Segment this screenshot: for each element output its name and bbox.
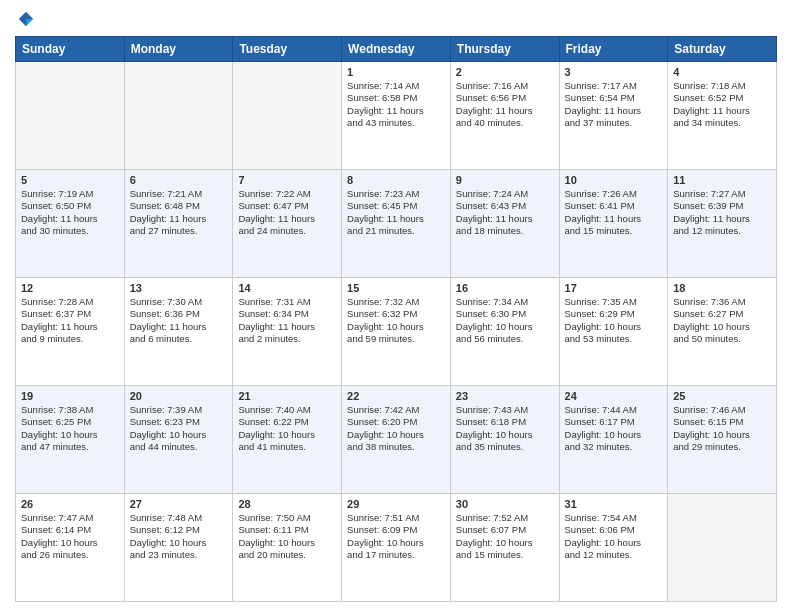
- calendar-cell: 22Sunrise: 7:42 AM Sunset: 6:20 PM Dayli…: [342, 386, 451, 494]
- day-info: Sunrise: 7:26 AM Sunset: 6:41 PM Dayligh…: [565, 188, 663, 237]
- calendar-cell: 15Sunrise: 7:32 AM Sunset: 6:32 PM Dayli…: [342, 278, 451, 386]
- day-number: 20: [130, 390, 228, 402]
- logo-icon: [17, 10, 35, 28]
- day-info: Sunrise: 7:51 AM Sunset: 6:09 PM Dayligh…: [347, 512, 445, 561]
- day-info: Sunrise: 7:38 AM Sunset: 6:25 PM Dayligh…: [21, 404, 119, 453]
- week-row-3: 12Sunrise: 7:28 AM Sunset: 6:37 PM Dayli…: [16, 278, 777, 386]
- day-number: 10: [565, 174, 663, 186]
- calendar-cell: 11Sunrise: 7:27 AM Sunset: 6:39 PM Dayli…: [668, 170, 777, 278]
- calendar-cell: 16Sunrise: 7:34 AM Sunset: 6:30 PM Dayli…: [450, 278, 559, 386]
- calendar-cell: 3Sunrise: 7:17 AM Sunset: 6:54 PM Daylig…: [559, 62, 668, 170]
- day-number: 7: [238, 174, 336, 186]
- day-number: 1: [347, 66, 445, 78]
- day-info: Sunrise: 7:18 AM Sunset: 6:52 PM Dayligh…: [673, 80, 771, 129]
- calendar-cell: 14Sunrise: 7:31 AM Sunset: 6:34 PM Dayli…: [233, 278, 342, 386]
- day-number: 24: [565, 390, 663, 402]
- day-number: 30: [456, 498, 554, 510]
- day-number: 21: [238, 390, 336, 402]
- svg-marker-1: [26, 19, 33, 26]
- day-number: 18: [673, 282, 771, 294]
- calendar-cell: 29Sunrise: 7:51 AM Sunset: 6:09 PM Dayli…: [342, 494, 451, 602]
- day-info: Sunrise: 7:35 AM Sunset: 6:29 PM Dayligh…: [565, 296, 663, 345]
- day-info: Sunrise: 7:27 AM Sunset: 6:39 PM Dayligh…: [673, 188, 771, 237]
- day-number: 15: [347, 282, 445, 294]
- day-number: 19: [21, 390, 119, 402]
- page: SundayMondayTuesdayWednesdayThursdayFrid…: [0, 0, 792, 612]
- week-row-2: 5Sunrise: 7:19 AM Sunset: 6:50 PM Daylig…: [16, 170, 777, 278]
- calendar-cell: 20Sunrise: 7:39 AM Sunset: 6:23 PM Dayli…: [124, 386, 233, 494]
- day-number: 9: [456, 174, 554, 186]
- day-number: 28: [238, 498, 336, 510]
- calendar-cell: 17Sunrise: 7:35 AM Sunset: 6:29 PM Dayli…: [559, 278, 668, 386]
- day-number: 31: [565, 498, 663, 510]
- calendar-cell: 21Sunrise: 7:40 AM Sunset: 6:22 PM Dayli…: [233, 386, 342, 494]
- day-info: Sunrise: 7:36 AM Sunset: 6:27 PM Dayligh…: [673, 296, 771, 345]
- calendar-cell: 27Sunrise: 7:48 AM Sunset: 6:12 PM Dayli…: [124, 494, 233, 602]
- day-info: Sunrise: 7:44 AM Sunset: 6:17 PM Dayligh…: [565, 404, 663, 453]
- day-info: Sunrise: 7:17 AM Sunset: 6:54 PM Dayligh…: [565, 80, 663, 129]
- week-row-4: 19Sunrise: 7:38 AM Sunset: 6:25 PM Dayli…: [16, 386, 777, 494]
- calendar-cell: 7Sunrise: 7:22 AM Sunset: 6:47 PM Daylig…: [233, 170, 342, 278]
- day-number: 12: [21, 282, 119, 294]
- day-info: Sunrise: 7:34 AM Sunset: 6:30 PM Dayligh…: [456, 296, 554, 345]
- calendar-cell: [16, 62, 125, 170]
- calendar-cell: 19Sunrise: 7:38 AM Sunset: 6:25 PM Dayli…: [16, 386, 125, 494]
- day-info: Sunrise: 7:39 AM Sunset: 6:23 PM Dayligh…: [130, 404, 228, 453]
- weekday-header-row: SundayMondayTuesdayWednesdayThursdayFrid…: [16, 37, 777, 62]
- weekday-tuesday: Tuesday: [233, 37, 342, 62]
- calendar-cell: 6Sunrise: 7:21 AM Sunset: 6:48 PM Daylig…: [124, 170, 233, 278]
- calendar-cell: 5Sunrise: 7:19 AM Sunset: 6:50 PM Daylig…: [16, 170, 125, 278]
- day-info: Sunrise: 7:24 AM Sunset: 6:43 PM Dayligh…: [456, 188, 554, 237]
- day-info: Sunrise: 7:46 AM Sunset: 6:15 PM Dayligh…: [673, 404, 771, 453]
- day-info: Sunrise: 7:16 AM Sunset: 6:56 PM Dayligh…: [456, 80, 554, 129]
- day-info: Sunrise: 7:48 AM Sunset: 6:12 PM Dayligh…: [130, 512, 228, 561]
- calendar-cell: 12Sunrise: 7:28 AM Sunset: 6:37 PM Dayli…: [16, 278, 125, 386]
- day-number: 8: [347, 174, 445, 186]
- day-info: Sunrise: 7:14 AM Sunset: 6:58 PM Dayligh…: [347, 80, 445, 129]
- day-number: 26: [21, 498, 119, 510]
- calendar-cell: 25Sunrise: 7:46 AM Sunset: 6:15 PM Dayli…: [668, 386, 777, 494]
- calendar-cell: 23Sunrise: 7:43 AM Sunset: 6:18 PM Dayli…: [450, 386, 559, 494]
- day-number: 25: [673, 390, 771, 402]
- day-number: 2: [456, 66, 554, 78]
- day-info: Sunrise: 7:30 AM Sunset: 6:36 PM Dayligh…: [130, 296, 228, 345]
- day-info: Sunrise: 7:40 AM Sunset: 6:22 PM Dayligh…: [238, 404, 336, 453]
- calendar-table: SundayMondayTuesdayWednesdayThursdayFrid…: [15, 36, 777, 602]
- day-number: 22: [347, 390, 445, 402]
- week-row-1: 1Sunrise: 7:14 AM Sunset: 6:58 PM Daylig…: [16, 62, 777, 170]
- calendar-cell: 1Sunrise: 7:14 AM Sunset: 6:58 PM Daylig…: [342, 62, 451, 170]
- day-number: 16: [456, 282, 554, 294]
- day-info: Sunrise: 7:31 AM Sunset: 6:34 PM Dayligh…: [238, 296, 336, 345]
- weekday-monday: Monday: [124, 37, 233, 62]
- day-number: 11: [673, 174, 771, 186]
- calendar-cell: 30Sunrise: 7:52 AM Sunset: 6:07 PM Dayli…: [450, 494, 559, 602]
- calendar-cell: 8Sunrise: 7:23 AM Sunset: 6:45 PM Daylig…: [342, 170, 451, 278]
- day-number: 3: [565, 66, 663, 78]
- calendar-cell: 18Sunrise: 7:36 AM Sunset: 6:27 PM Dayli…: [668, 278, 777, 386]
- calendar-cell: 10Sunrise: 7:26 AM Sunset: 6:41 PM Dayli…: [559, 170, 668, 278]
- day-info: Sunrise: 7:47 AM Sunset: 6:14 PM Dayligh…: [21, 512, 119, 561]
- day-info: Sunrise: 7:21 AM Sunset: 6:48 PM Dayligh…: [130, 188, 228, 237]
- calendar-cell: [233, 62, 342, 170]
- day-info: Sunrise: 7:43 AM Sunset: 6:18 PM Dayligh…: [456, 404, 554, 453]
- weekday-sunday: Sunday: [16, 37, 125, 62]
- day-info: Sunrise: 7:54 AM Sunset: 6:06 PM Dayligh…: [565, 512, 663, 561]
- day-number: 17: [565, 282, 663, 294]
- calendar-cell: 31Sunrise: 7:54 AM Sunset: 6:06 PM Dayli…: [559, 494, 668, 602]
- calendar-cell: [124, 62, 233, 170]
- day-info: Sunrise: 7:19 AM Sunset: 6:50 PM Dayligh…: [21, 188, 119, 237]
- day-number: 5: [21, 174, 119, 186]
- day-number: 4: [673, 66, 771, 78]
- day-info: Sunrise: 7:42 AM Sunset: 6:20 PM Dayligh…: [347, 404, 445, 453]
- day-info: Sunrise: 7:32 AM Sunset: 6:32 PM Dayligh…: [347, 296, 445, 345]
- calendar-cell: 2Sunrise: 7:16 AM Sunset: 6:56 PM Daylig…: [450, 62, 559, 170]
- day-number: 6: [130, 174, 228, 186]
- day-number: 13: [130, 282, 228, 294]
- logo: [15, 10, 35, 28]
- day-number: 14: [238, 282, 336, 294]
- calendar-cell: [668, 494, 777, 602]
- day-info: Sunrise: 7:28 AM Sunset: 6:37 PM Dayligh…: [21, 296, 119, 345]
- weekday-thursday: Thursday: [450, 37, 559, 62]
- calendar-cell: 26Sunrise: 7:47 AM Sunset: 6:14 PM Dayli…: [16, 494, 125, 602]
- day-number: 23: [456, 390, 554, 402]
